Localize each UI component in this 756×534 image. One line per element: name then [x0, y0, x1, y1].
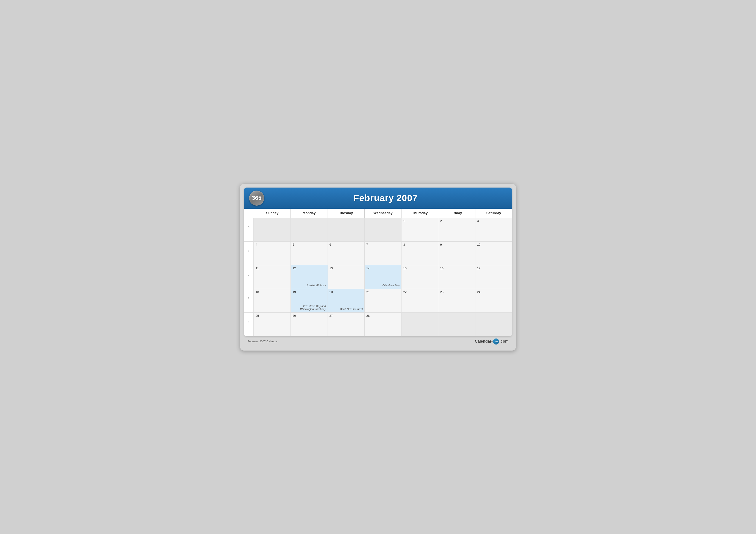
- cal-cell[interactable]: 21: [364, 289, 401, 313]
- cal-cell[interactable]: 23: [438, 289, 475, 313]
- day-number: 18: [256, 290, 289, 294]
- day-number: 26: [292, 314, 326, 318]
- week-number-8: 8: [244, 289, 254, 313]
- day-number: 7: [366, 243, 399, 246]
- day-number: 14: [366, 267, 399, 270]
- week-number-7: 7: [244, 265, 254, 289]
- cal-cell: [401, 313, 438, 336]
- day-number: 2: [440, 219, 473, 223]
- cal-cell[interactable]: 2: [438, 218, 475, 242]
- cal-cell[interactable]: 24: [475, 289, 512, 313]
- day-number: 8: [403, 243, 436, 246]
- cal-cell[interactable]: 4: [254, 242, 290, 265]
- calendar-header: 365 February 2007: [244, 188, 512, 209]
- cal-cell[interactable]: 5: [290, 242, 327, 265]
- dow-row: Sunday Monday Tuesday Wednesday Thursday…: [244, 209, 512, 218]
- page-wrapper: 365 February 2007 Sunday Monday Tuesday …: [240, 184, 516, 350]
- week-number-6: 6: [244, 242, 254, 265]
- cal-cell[interactable]: 11: [254, 265, 290, 289]
- calendar-grid: 512364567891071112Lincoln's Birthday1314…: [244, 218, 512, 336]
- cal-cell[interactable]: 16: [438, 265, 475, 289]
- cal-cell[interactable]: 18: [254, 289, 290, 313]
- cal-cell[interactable]: 6: [328, 242, 364, 265]
- footer-label: February 2007 Calendar: [247, 340, 278, 343]
- holiday-text: Presidents Day and Washington's Birthday: [291, 305, 326, 311]
- week-number-5: 5: [244, 218, 254, 242]
- calendar-container: 365 February 2007 Sunday Monday Tuesday …: [244, 188, 512, 336]
- day-number: 5: [292, 243, 326, 246]
- dow-monday: Monday: [290, 209, 327, 218]
- day-number: 24: [477, 290, 510, 294]
- cal-cell[interactable]: 12Lincoln's Birthday: [290, 265, 327, 289]
- day-number: 10: [477, 243, 510, 246]
- day-number: 20: [330, 290, 363, 294]
- day-number: 27: [330, 314, 363, 318]
- day-number: 21: [366, 290, 399, 294]
- dow-saturday: Saturday: [475, 209, 512, 218]
- dow-thursday: Thursday: [401, 209, 438, 218]
- cal-cell[interactable]: 8: [401, 242, 438, 265]
- holiday-text: Mardi Gras Carnival: [339, 308, 363, 311]
- cal-cell[interactable]: 22: [401, 289, 438, 313]
- day-number: 19: [292, 290, 326, 294]
- cal-cell[interactable]: 28: [364, 313, 401, 336]
- day-number: 12: [292, 267, 326, 270]
- cal-cell[interactable]: 26: [290, 313, 327, 336]
- calendar-title: February 2007: [264, 193, 507, 203]
- holiday-text: Valentine's Day: [382, 284, 400, 287]
- cal-cell[interactable]: 14Valentine's Day: [364, 265, 401, 289]
- cal-cell: [328, 218, 364, 242]
- day-number: 6: [330, 243, 363, 246]
- day-number: 1: [403, 219, 436, 223]
- footer-brand-365: 365: [493, 339, 499, 344]
- footer-brand: Calendar- 365 .com: [475, 339, 509, 344]
- day-number: 23: [440, 290, 473, 294]
- day-number: 17: [477, 267, 510, 270]
- day-number: 11: [256, 267, 289, 270]
- day-number: 28: [366, 314, 399, 318]
- cal-cell[interactable]: 20Mardi Gras Carnival: [328, 289, 364, 313]
- logo-badge: 365: [249, 191, 264, 206]
- cal-cell[interactable]: 19Presidents Day and Washington's Birthd…: [290, 289, 327, 313]
- cal-cell[interactable]: 3: [475, 218, 512, 242]
- footer: February 2007 Calendar Calendar- 365 .co…: [244, 336, 512, 347]
- dow-spacer: [244, 209, 254, 218]
- dow-friday: Friday: [438, 209, 475, 218]
- dow-tuesday: Tuesday: [328, 209, 364, 218]
- footer-brand-before: Calendar-: [475, 339, 493, 343]
- dow-wednesday: Wednesday: [364, 209, 401, 218]
- day-number: 25: [256, 314, 289, 318]
- cal-cell[interactable]: 1: [401, 218, 438, 242]
- cal-cell: [290, 218, 327, 242]
- footer-brand-after: .com: [500, 339, 509, 343]
- cal-cell: [475, 313, 512, 336]
- cal-cell: [438, 313, 475, 336]
- day-number: 3: [477, 219, 510, 223]
- day-number: 16: [440, 267, 473, 270]
- cal-cell[interactable]: 17: [475, 265, 512, 289]
- dow-sunday: Sunday: [254, 209, 290, 218]
- cal-cell[interactable]: 13: [328, 265, 364, 289]
- cal-cell[interactable]: 15: [401, 265, 438, 289]
- day-number: 15: [403, 267, 436, 270]
- day-number: 13: [330, 267, 363, 270]
- cal-cell[interactable]: 25: [254, 313, 290, 336]
- day-number: 4: [256, 243, 289, 246]
- day-number: 9: [440, 243, 473, 246]
- cal-cell[interactable]: 7: [364, 242, 401, 265]
- cal-cell[interactable]: 27: [328, 313, 364, 336]
- holiday-text: Lincoln's Birthday: [306, 284, 326, 287]
- cal-cell: [364, 218, 401, 242]
- cal-cell[interactable]: 9: [438, 242, 475, 265]
- cal-cell: [254, 218, 290, 242]
- day-number: 22: [403, 290, 436, 294]
- cal-cell[interactable]: 10: [475, 242, 512, 265]
- week-number-9: 9: [244, 313, 254, 336]
